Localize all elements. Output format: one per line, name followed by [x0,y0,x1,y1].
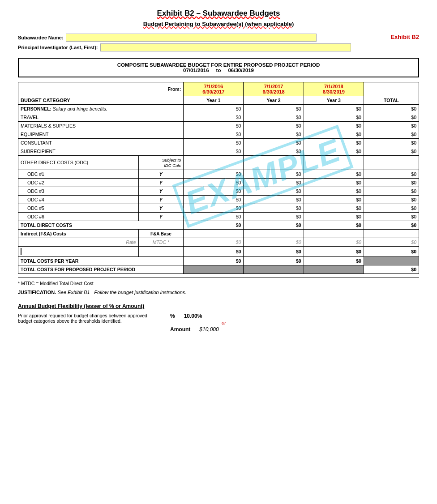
indirect-italic-y3: $0 [304,238,364,246]
equipment-y2: $0 [244,130,304,139]
table-row: TRAVEL $0 $0 $0 $0 [18,113,419,122]
odc-label: OTHER DIRECT COSTS (ODC) [18,156,139,170]
indirect-h-total [364,229,419,238]
year1-from-header: 7/1/2016 6/30/2017 [184,82,244,96]
table-row: ODC #1 Y $0 $0 $0 $0 [18,170,419,178]
materials-total: $0 [364,122,419,130]
odc4-label: ODC #4 [18,195,139,204]
annual-budget-section: Annual Budget Flexibility (lesser of % o… [18,303,419,333]
indirect-italic-total: $0 [364,238,419,246]
subtitle: Budget Pertaining to Subawardee(s) (when… [18,21,419,27]
header-fields: Subawardee Name: Principal Investigator … [18,34,419,53]
budget-category-header: BUDGET CATEGORY [18,96,184,105]
indirect-rate-row: Rate MTDC * $0 $0 $0 $0 [18,238,419,246]
odc1-y1: $0 [184,170,244,178]
odc2-y3: $0 [304,178,364,187]
total-per-year-y1: $0 [184,256,244,265]
consultant-label: CONSULTANT [18,139,184,147]
composite-to: to [216,68,221,73]
fa-base-cell: F&A Base [138,229,184,238]
table-row: ODC #5 Y $0 $0 $0 $0 [18,204,419,212]
total-per-year-y2: $0 [244,256,304,265]
from-to-row: From: 7/1/2016 6/30/2017 7/1/2017 6/30/2… [18,82,419,96]
indirect-blank-cell [138,246,184,256]
materials-y3: $0 [304,122,364,130]
odc3-y2: $0 [244,187,304,195]
odc-y3-blank [304,156,364,170]
year2-col-header: Year 2 [244,96,304,105]
equipment-y3: $0 [304,130,364,139]
table-row: ODC #4 Y $0 $0 $0 $0 [18,195,419,204]
subrecipient-y2: $0 [244,147,304,156]
odc3-idc: Y [138,187,184,195]
odc2-label: ODC #2 [18,178,139,187]
personnel-total: $0 [364,105,419,113]
equipment-y1: $0 [184,130,244,139]
odc3-y1: $0 [184,187,244,195]
indirect-bold-y1: $0 [184,246,244,256]
total-header-blank [364,82,419,96]
table-row: SUBRECIPIENT $0 $0 $0 $0 [18,147,419,156]
justification-text: JUSTIFICATION. See Exhibit B1 - Follow t… [18,290,419,295]
composite-box: COMPOSITE SUBAWARDEE BUDGET FOR ENTIRE P… [18,58,419,77]
personnel-y1: $0 [184,105,244,113]
pct-label: % [170,313,175,319]
total-project-row: TOTAL COSTS FOR PROPOSED PROJECT PERIOD … [18,265,419,273]
year1-col-header: Year 1 [184,96,244,105]
indirect-bold-total: $0 [364,246,419,256]
total-direct-row: TOTAL DIRECT COSTS $0 $0 $0 $0 [18,221,419,229]
total-direct-y2: $0 [244,221,304,229]
total-project-y1-blank [184,265,244,273]
title-text: Exhibit B2 – Subawardee Budgets [157,9,280,17]
odc1-label: ODC #1 [18,170,139,178]
total-direct-y3: $0 [304,221,364,229]
annual-budget-content: Prior approval required for budget chang… [18,313,419,333]
odc4-total: $0 [364,195,419,204]
odc2-y2: $0 [244,178,304,187]
travel-total: $0 [364,113,419,122]
odc3-y3: $0 [304,187,364,195]
total-per-year-total-blank [364,256,419,265]
composite-dates: 07/01/2016 to 06/30/2019 [21,68,416,73]
table-row: CONSULTANT $0 $0 $0 $0 [18,139,419,147]
subawardee-label: Subawardee Name: [18,35,63,40]
pi-input[interactable] [100,43,351,51]
odc1-y3: $0 [304,170,364,178]
total-project-total: $0 [364,265,419,273]
personnel-y2: $0 [244,105,304,113]
justification-section: JUSTIFICATION. See Exhibit B1 - Follow t… [18,290,419,295]
indirect-h-y1 [184,229,244,238]
odc5-y1: $0 [184,204,244,212]
odc-y2-blank [244,156,304,170]
travel-label: TRAVEL [18,113,184,122]
odc4-y2: $0 [244,195,304,204]
subrecipient-label: SUBRECIPIENT [18,147,184,156]
composite-start-date: 07/01/2016 [183,68,209,73]
table-row: ODC #2 Y $0 $0 $0 $0 [18,178,419,187]
odc2-y1: $0 [184,178,244,187]
subrecipient-total: $0 [364,147,419,156]
odc4-y1: $0 [184,195,244,204]
header-left: Subawardee Name: Principal Investigator … [18,34,419,53]
table-row: PERSONNEL: Salary and fringe benefits. $… [18,105,419,113]
odc-total-blank [364,156,419,170]
mtdc-label-cell: MTDC * [138,238,184,246]
rate-label-cell: Rate [18,238,139,246]
pi-row: Principal Investigator (Last, First): [18,43,419,51]
odc5-total: $0 [364,204,419,212]
odc5-y2: $0 [244,204,304,212]
travel-y2: $0 [244,113,304,122]
subawardee-row: Subawardee Name: [18,34,419,42]
subawardee-input[interactable] [66,34,317,42]
justification-detail: See Exhibit B1 - Follow the budget justi… [57,290,186,295]
pi-label: Principal Investigator (Last, First): [18,45,98,50]
total-project-label: TOTAL COSTS FOR PROPOSED PROJECT PERIOD [18,265,184,273]
table-row: EQUIPMENT $0 $0 $0 $0 [18,130,419,139]
odc6-y2: $0 [244,212,304,221]
materials-label: MATERIALS & SUPPLIES [18,122,184,130]
total-direct-y1: $0 [184,221,244,229]
personnel-y3: $0 [304,105,364,113]
odc-subject-label: Subject toIDC Calc [138,156,184,170]
indirect-bold-y2: $0 [244,246,304,256]
consultant-y3: $0 [304,139,364,147]
